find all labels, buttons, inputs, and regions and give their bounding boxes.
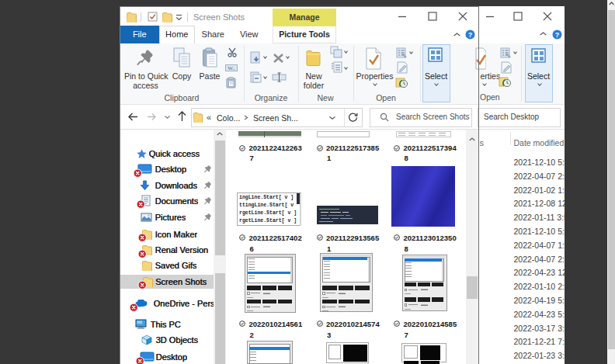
svg-text:W..: W.. (228, 65, 235, 71)
svg-text:?: ? (468, 31, 473, 39)
svg-text:?: ? (555, 31, 560, 39)
